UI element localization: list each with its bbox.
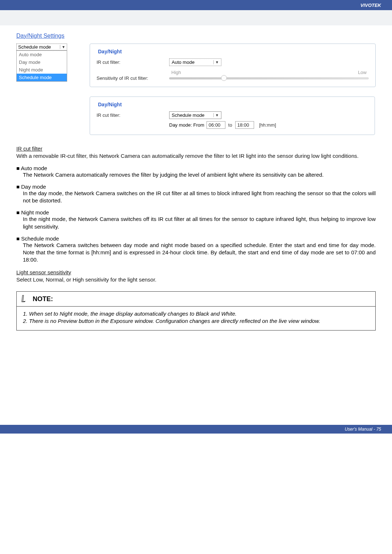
mode-select-text: Schedule mode [18,44,51,50]
ir-cut-filter-label: IR cut filter: [97,59,169,65]
note-title: NOTE: [33,295,53,303]
day-night-panel-schedule: Day/Night IR cut filter: Schedule mode ▼… [90,97,375,135]
day-mode-heading: ■ Day mode [16,184,376,190]
schedule-mode-heading: ■ Schedule mode [16,235,376,242]
header-spacer [0,10,392,25]
from-time-input[interactable] [207,121,225,129]
brand-label: VIVOTEK [360,3,381,8]
note-box: NOTE: When set to Night mode, the image … [16,291,376,331]
mode-option-schedule[interactable]: Schedule mode [17,74,67,81]
day-night-panel-auto: Day/Night IR cut filter: Auto mode ▼ Sen… [90,44,376,87]
mode-option-night[interactable]: Night mode [17,66,67,74]
ir-cut-filter-heading: IR cut filter [16,145,42,152]
ir-cut-filter-select[interactable]: Auto mode ▼ [169,58,221,66]
slider-high-label: High [171,70,181,75]
slider-thumb[interactable] [221,75,227,81]
mode-select-options: Auto mode Day mode Night mode Schedule m… [16,50,67,82]
ir-cut-filter-select[interactable]: Schedule mode ▼ [169,111,221,119]
light-sensor-heading: Light sensor sensitivity [16,269,71,275]
time-format-unit: [hh:mm] [259,122,276,128]
page-number: User's Manual - 75 [345,427,381,432]
note-item-2: There is no Preview button in the Exposu… [29,317,369,325]
chevron-down-icon: ▼ [213,113,219,117]
ir-cut-filter-value: Schedule mode [172,112,204,118]
night-mode-text: In the night mode, the Network Camera sw… [23,216,376,230]
night-mode-heading: ■ Night mode [16,209,376,216]
light-sensor-text: Select Low, Normal, or High sensitivity … [16,276,376,283]
auto-mode-heading: ■ Auto mode [16,165,376,171]
mode-select-expanded[interactable]: Schedule mode ▼ Auto mode Day mode Night… [16,44,67,87]
sensitivity-slider[interactable] [169,77,369,79]
panel-legend: Day/Night [97,102,123,107]
header-brand-bar: VIVOTEK [0,0,392,10]
footer-bar: User's Manual - 75 [0,425,392,434]
day-night-settings-link[interactable]: Day/Night Settings [16,33,65,39]
to-time-input[interactable] [235,121,254,129]
sensitivity-label: Sensitivity of IR cut filter: [97,75,169,81]
mode-select-value[interactable]: Schedule mode ▼ [16,44,67,50]
slider-low-label: Low [358,70,367,75]
mode-option-day[interactable]: Day mode [17,58,67,66]
schedule-mode-text: The Network Camera switches between day … [23,242,376,264]
ir-cut-filter-desc: With a removable IR-cut filter, this Net… [16,152,376,160]
day-mode-text: In the day mode, the Network Camera swit… [23,190,376,205]
day-mode-from-label: Day mode: From [169,122,204,128]
chevron-down-icon: ▼ [213,60,219,64]
note-item-1: When set to Night mode, the image displa… [29,310,369,317]
panel-legend: Day/Night [97,49,123,54]
chevron-down-icon: ▼ [60,45,65,49]
ir-cut-filter-value: Auto mode [172,59,195,65]
mode-option-auto[interactable]: Auto mode [17,51,67,58]
auto-mode-text: The Network Camera automatically removes… [23,171,376,178]
to-label: to [228,122,232,128]
ir-cut-filter-label: IR cut filter: [97,112,169,118]
note-icon [20,295,29,303]
